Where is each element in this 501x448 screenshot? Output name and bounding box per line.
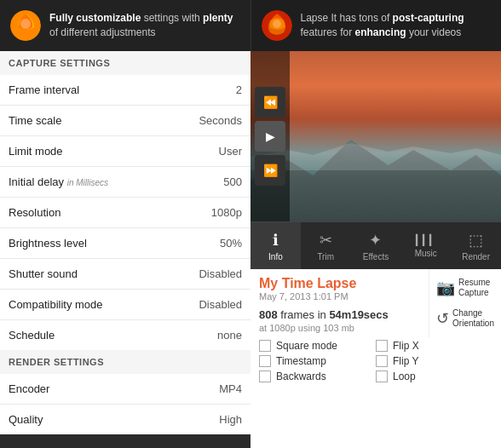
setting-encoder[interactable]: Encoder MP4	[0, 374, 250, 405]
setting-brightness[interactable]: Brightness level 50%	[0, 228, 250, 259]
trim-icon: ✂	[320, 231, 332, 250]
option-flip-x[interactable]: Flip X	[376, 340, 492, 352]
playback-controls: ⏪ ▶ ⏩	[250, 51, 290, 221]
option-loop[interactable]: Loop	[376, 370, 492, 382]
banner-left: Fully customizable settings with plenty …	[0, 0, 251, 51]
action-buttons: 📷 ResumeCapture ↺ ChangeOrientation	[429, 269, 501, 337]
setting-schedule[interactable]: Schedule none	[0, 320, 250, 350]
right-panel: ⏪ ▶ ⏩ ℹ Info ✂ Trim ✦ Effects ▎▎▎ Music	[250, 51, 501, 448]
setting-time-scale[interactable]: Time scale Seconds	[0, 106, 250, 136]
rewind-button[interactable]: ⏪	[255, 87, 285, 118]
play-button[interactable]: ▶	[255, 121, 285, 152]
capture-settings-header: CAPTURE SETTINGS	[0, 51, 250, 75]
video-preview: ⏪ ▶ ⏩	[250, 51, 501, 221]
options-right: Flip X Flip Y Loop	[376, 340, 492, 382]
options-left: Square mode Timestamp Backwards	[259, 340, 376, 382]
option-square-mode[interactable]: Square mode	[259, 340, 376, 352]
forward-button[interactable]: ⏩	[255, 155, 285, 186]
info-icon: ℹ	[273, 231, 279, 250]
setting-frame-interval[interactable]: Frame interval 2	[0, 75, 250, 106]
option-flip-y[interactable]: Flip Y	[376, 355, 492, 367]
setting-initial-delay[interactable]: Initial delay in Millisecs 500	[0, 167, 250, 198]
left-panel: CAPTURE SETTINGS Frame interval 2 Time s…	[0, 51, 250, 448]
checkbox-loop[interactable]	[376, 370, 388, 382]
tabs-bar: ℹ Info ✂ Trim ✦ Effects ▎▎▎ Music ⬚ Rend…	[250, 221, 501, 269]
option-backwards[interactable]: Backwards	[259, 370, 376, 382]
tab-trim[interactable]: ✂ Trim	[301, 222, 351, 269]
option-timestamp[interactable]: Timestamp	[259, 355, 376, 367]
banner-right: Lapse It has tons of post-capturing feat…	[251, 0, 502, 51]
tab-info[interactable]: ℹ Info	[250, 222, 301, 269]
effects-icon: ✦	[369, 231, 382, 250]
left-banner-text: Fully customizable settings with plenty …	[49, 11, 240, 40]
top-banner: Fully customizable settings with plenty …	[0, 0, 501, 51]
checkbox-backwards[interactable]	[259, 370, 271, 382]
checkbox-timestamp[interactable]	[259, 355, 271, 367]
main-content: CAPTURE SETTINGS Frame interval 2 Time s…	[0, 51, 501, 448]
render-settings-header: RENDER SETTINGS	[0, 350, 250, 374]
tab-music[interactable]: ▎▎▎ Music	[400, 222, 451, 269]
render-settings-list: Encoder MP4 Quality High	[0, 374, 250, 434]
tab-render[interactable]: ⬚ Render	[451, 222, 501, 269]
checkbox-flip-x[interactable]	[376, 340, 388, 352]
tab-effects[interactable]: ✦ Effects	[351, 222, 401, 269]
resume-capture-button[interactable]: 📷 ResumeCapture	[435, 274, 496, 302]
render-icon: ⬚	[469, 231, 483, 250]
setting-limit-mode[interactable]: Limit mode User	[0, 136, 250, 167]
right-banner-text: Lapse It has tons of post-capturing feat…	[301, 11, 492, 40]
rotate-icon: ↺	[436, 309, 449, 328]
music-icon: ▎▎▎	[416, 234, 436, 246]
setting-quality[interactable]: Quality High	[0, 405, 250, 434]
right-banner-icon	[262, 10, 292, 41]
camera-icon: 📷	[436, 279, 455, 297]
left-banner-icon	[10, 10, 41, 41]
svg-point-1	[20, 19, 31, 29]
svg-point-3	[273, 20, 281, 28]
checkbox-flip-y[interactable]	[376, 355, 388, 367]
capture-settings-list: Frame interval 2 Time scale Seconds Limi…	[0, 75, 250, 350]
video-options: Square mode Timestamp Backwards Flip X	[259, 340, 492, 382]
setting-resolution[interactable]: Resolution 1080p	[0, 198, 250, 228]
setting-compatibility-mode[interactable]: Compatibility mode Disabled	[0, 290, 250, 320]
setting-shutter-sound[interactable]: Shutter sound Disabled	[0, 259, 250, 290]
checkbox-square-mode[interactable]	[259, 340, 271, 352]
info-panel: My Time Lapse May 7, 2013 1:01 PM 808 fr…	[250, 269, 501, 448]
change-orientation-button[interactable]: ↺ ChangeOrientation	[435, 305, 496, 332]
